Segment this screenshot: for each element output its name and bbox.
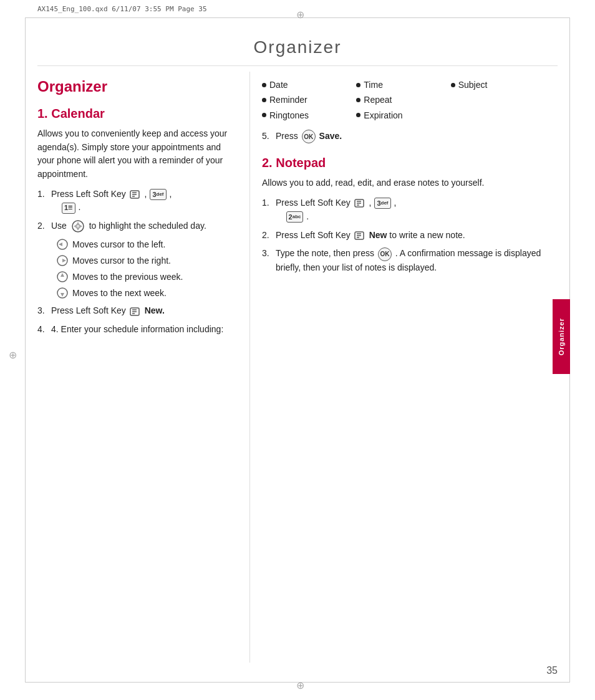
page-title: Organizer [0,37,595,57]
step-1: 1. Press Left Soft Key , 3def , 1☰ . [37,188,237,214]
title-rule [37,65,558,66]
step-2: 2. Use to highlight the scheduled day. [37,219,237,233]
step-2-num: 2. [37,219,51,233]
bullet-expiration-text: Expiration [364,108,402,122]
nav-circle-icon [71,219,85,233]
sidebar-tab: Organizer [553,299,570,374]
bullet-dot-reminder [262,98,266,102]
svg-marker-17 [60,293,64,297]
bullet-time-text: Time [364,78,383,92]
bullet-grid-row1: Date Time Subject Reminder Repeat [262,78,545,122]
bullet-subject: Subject [451,78,545,92]
nav-item-down: Moves to the next week. [56,287,237,299]
step-2-content: Use to highlight the scheduled day. [51,219,237,233]
reg-mark-bottom: ⊕ [296,679,304,691]
bullet-date-text: Date [269,78,288,92]
bullet-time: Time [356,78,450,92]
nav-down-text: Moves to the next week. [72,288,167,298]
softkey-icon-n2 [354,231,365,241]
step-4-content: 4. Enter your schedule information inclu… [51,323,237,337]
softkey-icon-1 [130,189,141,199]
notepad-step-1: 1. Press Left Soft Key , 3def , 2abc . [262,196,545,223]
page-border-left [25,17,26,683]
step-5-content: Press OK Save. [276,130,545,143]
section1-body: Allows you to conveniently keep and acce… [37,127,237,181]
sidebar-tab-label: Organizer [558,318,565,355]
reg-mark-left: ⊕ [9,349,17,361]
nav-up-icon [56,271,69,283]
nav-item-up: Moves to the previous week. [56,271,237,283]
section1-heading: 1. Calendar [37,107,237,121]
reg-mark-top: ⊕ [296,9,304,21]
nav-right-icon [56,254,69,267]
step-4-num: 4. [37,323,51,337]
step-1-num: 1. [37,188,51,201]
nav-item-right: Moves cursor to the right. [56,254,237,267]
nav-left-text: Moves cursor to the left. [72,239,165,249]
notepad-step-1-num: 1. [262,196,276,210]
bullet-ringtones-text: Ringtones [269,108,309,122]
step-5: 5. Press OK Save. [262,130,545,143]
bullet-expiration: Expiration [356,108,450,122]
bullet-ringtones: Ringtones [262,108,356,122]
ok-key-icon-n3: OK [378,247,392,261]
step-1-content: Press Left Soft Key , 3def , 1☰ . [51,188,237,214]
bullet-repeat-text: Repeat [364,93,392,107]
softkey-icon-n1 [354,198,365,208]
main-heading: Organizer [37,78,237,95]
notepad-step-3-num: 3. [262,247,276,261]
softkey-icon-3 [130,307,141,317]
nav-left-icon [56,238,69,251]
step-3-bold: New. [145,305,165,315]
file-header: AX145_Eng_100.qxd 6/11/07 3:55 PM Page 3… [37,5,207,13]
svg-marker-15 [60,273,64,277]
step-5-num: 5. [262,130,276,143]
step-3-num: 3. [37,304,51,318]
notepad-step-2: 2. Press Left Soft Key New to write a ne… [262,229,545,242]
section2-body: Allows you to add, read, edit, and erase… [262,176,545,190]
page-number: 35 [546,665,558,676]
notepad-step-3: 3. Type the note, then press OK . A conf… [262,247,545,274]
bullet-dot-date [262,83,266,87]
key-2abc: 2abc [286,211,304,223]
bullet-section: Date Time Subject Reminder Repeat [262,78,545,122]
bullet-dot-subject [451,83,455,87]
notepad-step-1-content: Press Left Soft Key , 3def , 2abc . [276,196,545,223]
step-3: 3. Press Left Soft Key New. [37,304,237,318]
bullet-dot-time [356,83,360,87]
bullet-reminder-text: Reminder [269,93,307,107]
svg-marker-11 [59,242,62,246]
nav-item-left: Moves cursor to the left. [56,238,237,251]
svg-marker-13 [62,259,66,262]
main-content: Organizer 1. Calendar Allows you to conv… [37,72,545,663]
notepad-step-2-bold: New [369,230,387,240]
right-column: Date Time Subject Reminder Repeat [249,72,545,663]
nav-up-text: Moves to the previous week. [72,272,183,282]
key-1: 1☰ [62,203,75,214]
bullet-date: Date [262,78,356,92]
step-4: 4. 4. Enter your schedule information in… [37,323,237,337]
notepad-step-2-num: 2. [262,229,276,242]
bullet-dot-expiration [356,113,360,117]
notepad-step-3-content: Type the note, then press OK . A confirm… [276,247,545,274]
svg-point-9 [76,224,80,228]
section2-heading: 2. Notepad [262,156,545,170]
bullet-dot-ringtones [262,113,266,117]
key-3def: 3def [150,189,166,200]
left-column: Organizer 1. Calendar Allows you to conv… [37,72,249,663]
bullet-dot-repeat [356,98,360,102]
bullet-repeat: Repeat [356,93,450,107]
step-3-content: Press Left Soft Key New. [51,304,237,318]
nav-down-icon [56,287,69,299]
ok-key-icon: OK [302,130,316,143]
bullet-reminder: Reminder [262,93,356,107]
key-3def-n1: 3def [374,198,390,209]
step-5-bold: Save. [319,131,342,141]
notepad-step-2-content: Press Left Soft Key New to write a new n… [276,229,545,242]
bullet-subject-text: Subject [458,78,488,92]
nav-right-text: Moves cursor to the right. [72,256,171,266]
